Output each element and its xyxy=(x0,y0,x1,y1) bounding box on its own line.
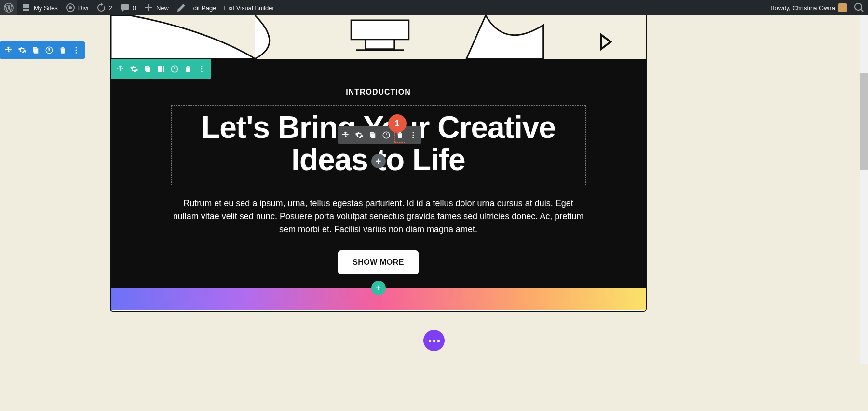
section-toolbar xyxy=(0,41,85,59)
avatar xyxy=(838,3,847,12)
row-move-button[interactable] xyxy=(114,59,127,79)
svg-point-1 xyxy=(69,6,72,9)
section-duplicate-button[interactable] xyxy=(29,41,42,59)
adminbar-left: My Sites Divi 2 0 New xyxy=(0,0,278,15)
svg-point-11 xyxy=(201,68,203,70)
row-columns-button[interactable] xyxy=(154,59,168,79)
adminbar-search[interactable] xyxy=(851,0,868,15)
svg-point-14 xyxy=(412,132,414,133)
wordpress-icon xyxy=(4,3,14,13)
intro-section: INTRODUCTION Let's Bring Your Creative I… xyxy=(111,59,646,288)
builder-fab[interactable] xyxy=(423,330,445,351)
svg-point-5 xyxy=(76,52,77,54)
updates-icon xyxy=(96,3,106,13)
module-more-button[interactable] xyxy=(407,126,420,144)
row-more-button[interactable] xyxy=(195,59,208,79)
svg-point-4 xyxy=(76,50,77,51)
howdy-label: Howdy, Christina Gwira xyxy=(770,4,835,12)
divi-label: Divi xyxy=(78,4,89,12)
module-move-button[interactable] xyxy=(339,126,353,144)
search-icon xyxy=(854,3,864,13)
hero-illustration xyxy=(111,15,646,59)
intro-subheading: INTRODUCTION xyxy=(171,88,586,96)
updates[interactable]: 2 xyxy=(93,0,116,15)
edit-page[interactable]: Edit Page xyxy=(173,0,220,15)
section-settings-button[interactable] xyxy=(15,41,29,59)
section-delete-button[interactable] xyxy=(56,41,69,59)
intro-content: INTRODUCTION Let's Bring Your Creative I… xyxy=(171,88,586,274)
window-scrollbar[interactable] xyxy=(860,15,868,364)
new-content[interactable]: New xyxy=(140,0,173,15)
step-badge-1: 1 xyxy=(388,114,407,133)
row-duplicate-button[interactable] xyxy=(141,59,154,79)
sites-icon xyxy=(21,3,31,13)
svg-point-15 xyxy=(412,135,414,136)
exit-label: Exit Visual Builder xyxy=(224,4,274,12)
row-delete-button[interactable] xyxy=(181,59,195,79)
builder-canvas: INTRODUCTION Let's Bring Your Creative I… xyxy=(110,15,647,312)
module-settings-button[interactable] xyxy=(353,126,366,144)
comments-icon xyxy=(120,3,130,13)
svg-point-3 xyxy=(76,47,77,48)
exit-visual-builder[interactable]: Exit Visual Builder xyxy=(220,0,278,15)
my-sites[interactable]: My Sites xyxy=(17,0,62,15)
svg-point-12 xyxy=(201,71,203,72)
edit-page-label: Edit Page xyxy=(189,4,216,12)
ellipsis-icon xyxy=(429,340,440,342)
wp-logo[interactable] xyxy=(0,0,17,15)
row-toolbar xyxy=(111,59,211,79)
row-settings-button[interactable] xyxy=(127,59,141,79)
show-more-button[interactable]: SHOW MORE xyxy=(338,250,419,274)
intro-body-text: Rutrum et eu sed a ipsum, urna, tellus e… xyxy=(171,197,586,236)
section-save-button[interactable] xyxy=(42,41,56,59)
howdy-account[interactable]: Howdy, Christina Gwira xyxy=(766,0,851,15)
plus-icon xyxy=(144,3,153,13)
divi-menu[interactable]: Divi xyxy=(62,0,93,15)
my-sites-label: My Sites xyxy=(34,4,58,12)
pencil-icon xyxy=(176,3,186,13)
divi-icon xyxy=(66,3,75,13)
svg-point-10 xyxy=(201,66,203,67)
add-module-button[interactable]: + xyxy=(371,154,386,168)
row-save-button[interactable] xyxy=(168,59,181,79)
comments[interactable]: 0 xyxy=(116,0,140,15)
svg-point-16 xyxy=(412,137,414,138)
module-toolbar: 1 xyxy=(338,126,421,144)
module-duplicate-button[interactable] xyxy=(366,126,380,144)
comments-count: 0 xyxy=(133,4,136,12)
add-row-button[interactable]: + xyxy=(371,281,386,295)
updates-count: 2 xyxy=(109,4,112,12)
new-label: New xyxy=(156,4,169,12)
scrollbar-thumb[interactable] xyxy=(860,73,868,170)
adminbar-right: Howdy, Christina Gwira xyxy=(766,0,868,15)
section-move-button[interactable] xyxy=(2,41,15,59)
section-more-button[interactable] xyxy=(69,41,83,59)
wp-admin-bar: My Sites Divi 2 0 New xyxy=(0,0,868,15)
heading-module[interactable]: Let's Bring Your Creative Ideas to Life … xyxy=(171,105,586,185)
